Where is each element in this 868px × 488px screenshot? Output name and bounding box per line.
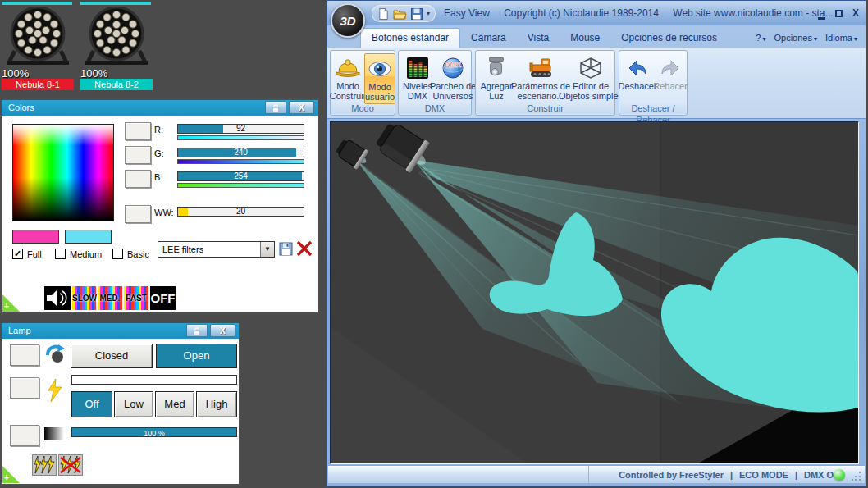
shutter-channel-button[interactable] [10, 344, 39, 366]
dimmer-value-bar[interactable] [71, 375, 237, 385]
minimize-button[interactable] [818, 17, 825, 20]
color-swatch-magenta[interactable] [12, 230, 59, 244]
modo-construir-button[interactable]: Modo Construir [332, 53, 363, 104]
blue-slider[interactable]: 254 [177, 171, 304, 181]
ww-channel-button[interactable] [125, 205, 151, 223]
red-channel-button[interactable] [125, 122, 151, 140]
red-value: 92 [178, 125, 304, 133]
lock-button[interactable] [265, 101, 286, 114]
blue-gradient-strip[interactable] [177, 183, 304, 188]
medium-label: Medium [70, 249, 102, 259]
lamp-panel-titlebar[interactable]: Lamp X [2, 323, 239, 339]
save-icon[interactable] [410, 7, 423, 21]
deshacer-button[interactable]: Deshacer [621, 53, 654, 104]
lock-icon [271, 103, 281, 113]
modo-usuario-button[interactable]: Modo usuario [364, 53, 395, 104]
shutter-icon [45, 344, 66, 364]
title-app: Easy View [444, 7, 490, 19]
rehacer-button[interactable]: Rehacer [654, 53, 687, 104]
dimmer-off-button[interactable]: Off [71, 391, 112, 417]
status-right-section: Controlled by FreeStyler | ECO MODE | DM… [588, 466, 863, 483]
strobe-off-button[interactable] [58, 454, 83, 476]
speed-off-button[interactable]: OFF [150, 286, 176, 310]
editor-objetos-button[interactable]: Editor de Objetos simples [566, 53, 615, 104]
status-separator: | [795, 470, 797, 480]
green-channel-button[interactable] [125, 146, 151, 164]
opciones-menu[interactable]: Opciones▾ [774, 33, 817, 43]
tab-opciones-de-recursos[interactable]: Opciones de recursos [610, 29, 728, 48]
shutter-open-button[interactable]: Open [156, 344, 237, 368]
group-caption-dmx: DMX [400, 103, 470, 114]
new-document-icon[interactable] [377, 7, 390, 21]
ribbon-group-deshacer: Deshacer Rehacer Deshacer / Rehacer [619, 50, 688, 116]
color-swatch-cyan[interactable] [65, 230, 112, 244]
strobe-off-icon [59, 455, 82, 475]
save-palette-button[interactable] [279, 242, 293, 259]
dmx-globe-icon: DMX [441, 57, 464, 80]
basic-checkbox[interactable] [112, 249, 123, 259]
red-gradient-strip[interactable] [177, 135, 304, 140]
dimmer-low-button[interactable]: Low [114, 391, 153, 417]
fixture-selection-bar [80, 2, 151, 5]
fixture-name[interactable]: Nebula 8-2 [80, 79, 153, 90]
help-menu[interactable]: ?▾ [756, 33, 765, 43]
colors-panel: Colors X R: 92 G: 240 B: 254 WW: 20 ✓ [0, 98, 319, 314]
fixture-thumbnail-1[interactable]: 100% Nebula 8-1 [2, 2, 74, 90]
status-controlled-by: Controlled by FreeStyler [619, 470, 724, 480]
stage-3d-scene [331, 122, 858, 463]
fixture-thumbnail-2[interactable]: 100% Nebula 8-2 [80, 2, 153, 90]
ribbon-group-construir: Agregar Luz Parámetros de escen [475, 50, 615, 116]
green-slider[interactable]: 240 [177, 148, 304, 157]
parcheo-universos-button[interactable]: DMX Parcheo de Universos [435, 53, 471, 104]
color-picker-gradient[interactable] [12, 124, 114, 221]
dropdown-arrow-icon[interactable]: ▼ [260, 242, 274, 257]
basic-label: Basic [127, 249, 149, 259]
blue-label: B: [154, 172, 176, 182]
niveles-dmx-button[interactable]: Niveles DMX [400, 53, 435, 104]
fixture-selection-bar [2, 2, 72, 5]
caret-icon: ▾ [762, 35, 765, 43]
open-folder-icon[interactable] [393, 7, 407, 21]
dimmer-channel-button[interactable] [10, 377, 39, 399]
green-gradient-strip[interactable] [177, 159, 304, 164]
close-button[interactable]: X [210, 324, 235, 337]
speed-slow-button[interactable]: SLOW [72, 286, 96, 310]
lock-button[interactable] [186, 324, 208, 337]
filters-dropdown[interactable]: LEE filters ▼ [158, 241, 275, 258]
resize-plus-glyph: + [4, 302, 9, 311]
3d-viewport[interactable] [330, 121, 859, 464]
sound-mode-button[interactable] [44, 286, 71, 310]
app-logo-3d[interactable]: 3D [331, 3, 365, 38]
close-button[interactable]: X [289, 101, 314, 114]
colors-panel-titlebar[interactable]: Colors X [2, 100, 318, 116]
eye-icon [368, 59, 392, 79]
full-checkbox[interactable]: ✓ [12, 249, 23, 259]
resize-grip[interactable] [852, 471, 861, 481]
intensity-slider[interactable]: 100 % [71, 427, 237, 437]
idioma-menu[interactable]: Idioma▾ [825, 33, 857, 43]
par-fixture-icon [3, 7, 72, 67]
red-slider[interactable]: 92 [177, 124, 304, 134]
wireframe-cube-icon [578, 56, 603, 80]
tab-camara[interactable]: Cámara [460, 29, 517, 48]
dimmer-med-button[interactable]: Med [155, 391, 194, 417]
tab-mouse[interactable]: Mouse [560, 29, 610, 48]
agregar-luz-button[interactable]: Agregar Luz [477, 53, 515, 104]
tab-vista[interactable]: Vista [517, 29, 560, 48]
caret-icon: ▾ [854, 35, 857, 43]
fixture-name[interactable]: Nebula 8-1 [2, 79, 74, 90]
medium-checkbox[interactable] [55, 249, 66, 259]
delete-palette-button[interactable] [295, 239, 313, 261]
strobe-on-button[interactable] [32, 454, 57, 476]
speed-med-button[interactable]: MED. [98, 286, 122, 310]
dimmer-high-button[interactable]: High [196, 391, 237, 417]
window-close-button[interactable]: X [852, 2, 859, 25]
tab-botones-estandar[interactable]: Botones estándar [360, 28, 460, 48]
intensity-channel-button[interactable] [10, 425, 39, 446]
speed-fast-button[interactable]: FAST [124, 286, 148, 310]
ww-slider[interactable]: 20 [177, 207, 304, 217]
qat-options-caret-icon[interactable]: ▾ [427, 10, 430, 17]
maximize-button[interactable] [835, 10, 843, 17]
blue-channel-button[interactable] [125, 170, 151, 188]
shutter-closed-button[interactable]: Closed [71, 344, 153, 368]
